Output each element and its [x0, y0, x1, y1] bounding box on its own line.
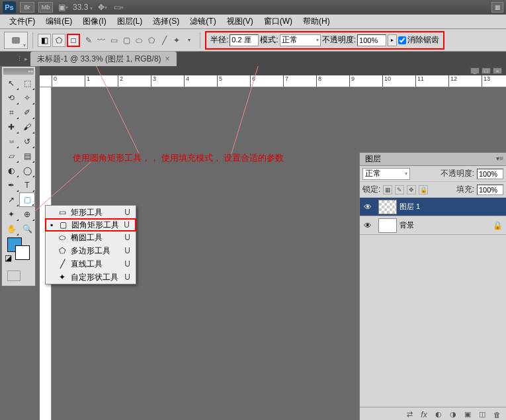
- close-button[interactable]: ×: [493, 67, 502, 74]
- adjustment-layer-icon[interactable]: ◑: [448, 410, 458, 419]
- tool-preset[interactable]: ▾: [4, 32, 28, 49]
- hand-icon[interactable]: ✥▾: [97, 3, 108, 12]
- opacity-input[interactable]: [357, 34, 386, 46]
- toolbox-header[interactable]: ▸▸: [3, 68, 34, 75]
- delete-layer-icon[interactable]: 🗑: [491, 410, 502, 419]
- lock-all-icon[interactable]: 🔒: [419, 185, 428, 194]
- radius-label: 半径:: [210, 34, 228, 46]
- layer-mask-icon[interactable]: ◐: [433, 410, 444, 419]
- reset-colors-icon[interactable]: ◪: [5, 253, 13, 261]
- path-select-tool[interactable]: ↗: [3, 192, 19, 207]
- crop-tool[interactable]: ⌗: [3, 105, 19, 120]
- eraser-tool[interactable]: ▱: [3, 149, 19, 163]
- marquee-tool[interactable]: ⬚: [19, 76, 35, 91]
- flyout-item-4[interactable]: ╱直线工具U: [46, 257, 136, 271]
- flyout-item-3[interactable]: ⬠多边形工具U: [46, 244, 136, 257]
- layer-fx-icon[interactable]: fx: [419, 410, 429, 419]
- layer-row[interactable]: 👁背景🔒: [360, 216, 506, 235]
- antialias-checkbox[interactable]: [398, 36, 406, 44]
- new-layer-icon[interactable]: ◫: [477, 410, 487, 419]
- stamp-tool[interactable]: ⎃: [3, 134, 19, 149]
- radius-input[interactable]: [230, 34, 259, 46]
- menu-edit[interactable]: 编辑(E): [40, 14, 77, 29]
- horizontal-ruler[interactable]: 0123456789101112131415: [40, 75, 506, 87]
- brush-tool[interactable]: 🖌: [19, 120, 35, 134]
- custom-shape-icon[interactable]: ✦: [171, 34, 183, 46]
- dodge-tool[interactable]: ◯: [19, 163, 35, 178]
- shape-tool[interactable]: ▢: [19, 192, 35, 207]
- zoom-level[interactable]: 33.3 ▾: [73, 3, 93, 12]
- visibility-icon[interactable]: 👁: [360, 202, 376, 212]
- menu-help[interactable]: 帮助(H): [298, 14, 335, 29]
- pen-icon[interactable]: ✎: [83, 34, 95, 46]
- layer-group-icon[interactable]: ▣: [462, 410, 473, 419]
- hand-tool[interactable]: ✋: [3, 222, 19, 236]
- flyout-item-0[interactable]: ▭矩形工具U: [46, 206, 136, 219]
- quickmask-button[interactable]: [7, 271, 21, 281]
- path-mode[interactable]: ⬠: [52, 34, 65, 47]
- lock-pixels-icon[interactable]: ✎: [395, 185, 404, 194]
- roundrect-shape-icon[interactable]: ▢: [120, 34, 132, 46]
- ps-logo: Ps: [3, 1, 16, 13]
- menubar: 文件(F) 编辑(E) 图像(I) 图层(L) 选择(S) 滤镜(T) 视图(V…: [0, 15, 506, 29]
- fill-input[interactable]: [477, 185, 503, 195]
- menu-window[interactable]: 窗口(W): [259, 14, 298, 29]
- fill-pixels-mode[interactable]: □: [67, 34, 80, 47]
- paths-icon: ⬠: [56, 36, 62, 45]
- move-tool[interactable]: ↖: [3, 76, 19, 91]
- workspace-icon[interactable]: ▦: [491, 2, 503, 13]
- wand-tool[interactable]: ✧: [19, 91, 35, 105]
- layer-opacity-input[interactable]: [477, 169, 503, 179]
- link-layers-icon[interactable]: ⇄: [404, 410, 415, 419]
- document-tab[interactable]: 未标题-1 @ 33.3% (图层 1, RGB/8) ×: [30, 52, 177, 67]
- ellipse-shape-icon[interactable]: ⬭: [133, 34, 145, 46]
- flyout-item-1[interactable]: ▪▢圆角矩形工具U: [45, 218, 136, 231]
- 3d-tool[interactable]: ✦: [3, 207, 19, 222]
- type-tool[interactable]: T: [19, 178, 35, 192]
- panel-menu-icon[interactable]: ▾≡: [496, 155, 503, 162]
- opacity-slider-button[interactable]: ▸: [388, 34, 397, 46]
- screen-mode-icon[interactable]: ▣▾: [57, 3, 69, 12]
- layers-tab[interactable]: 图层 ▾≡: [360, 153, 506, 166]
- zoom-tool[interactable]: 🔍: [19, 222, 35, 236]
- menu-view[interactable]: 视图(V): [222, 14, 259, 29]
- minibridge-button[interactable]: Mb: [38, 2, 53, 13]
- menu-select[interactable]: 选择(S): [148, 14, 185, 29]
- flyout-item-5[interactable]: ✦自定形状工具U: [46, 271, 136, 284]
- lock-transparency-icon[interactable]: ▦: [383, 185, 392, 194]
- shape-layer-mode[interactable]: ◧: [38, 34, 51, 47]
- menu-image[interactable]: 图像(I): [77, 14, 111, 29]
- blend-mode-select[interactable]: 正常▾: [362, 168, 410, 180]
- pen-tool[interactable]: ✒: [3, 178, 19, 192]
- visibility-icon[interactable]: 👁: [360, 221, 376, 230]
- background-color[interactable]: [15, 245, 30, 260]
- arrange-icon[interactable]: ▭▾: [112, 3, 124, 12]
- menu-layer[interactable]: 图层(L): [112, 14, 148, 29]
- blur-tool[interactable]: ◐: [3, 163, 19, 178]
- heal-tool[interactable]: ✚: [3, 120, 19, 134]
- lock-position-icon[interactable]: ✥: [407, 185, 416, 194]
- menu-filter[interactable]: 滤镜(T): [185, 14, 221, 29]
- eyedropper-tool[interactable]: ✐: [19, 105, 35, 120]
- document-tabbar: ⋮ ▸ 未标题-1 @ 33.3% (图层 1, RGB/8) ×: [0, 52, 506, 66]
- mode-select[interactable]: 正常▾: [280, 34, 321, 46]
- canvas-window-controls: _ □ ×: [40, 66, 506, 75]
- menu-file[interactable]: 文件(F): [4, 14, 40, 29]
- polygon-shape-icon[interactable]: ⬠: [146, 34, 157, 46]
- bridge-button[interactable]: Br: [20, 2, 34, 13]
- highlighted-options: 半径: 模式: 正常▾ 不透明度: ▸ 消除锯齿: [205, 31, 444, 50]
- layer-row[interactable]: 👁图层 1: [360, 198, 506, 216]
- lasso-tool[interactable]: ⟲: [3, 91, 19, 105]
- close-tab-icon[interactable]: ×: [165, 54, 170, 63]
- freeform-pen-icon[interactable]: 〰: [95, 34, 107, 46]
- history-brush-tool[interactable]: ↺: [19, 134, 35, 149]
- panel-handle[interactable]: ⋮ ▸: [0, 52, 30, 66]
- maximize-button[interactable]: □: [482, 67, 491, 74]
- rect-shape-icon[interactable]: ▭: [108, 34, 120, 46]
- gradient-tool[interactable]: ▤: [19, 149, 35, 163]
- 3d-camera-tool[interactable]: ⊕: [19, 207, 35, 222]
- minimize-button[interactable]: _: [470, 67, 480, 74]
- line-shape-icon[interactable]: ╱: [158, 34, 170, 46]
- flyout-item-2[interactable]: ⬭椭圆工具U: [46, 231, 136, 244]
- shape-options-dropdown[interactable]: ▾: [183, 34, 195, 46]
